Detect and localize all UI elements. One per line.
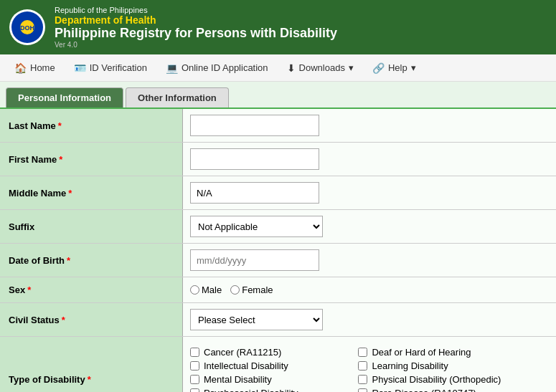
civil-status-label: Civil Status * xyxy=(0,303,183,336)
sex-radio-group: Male Female xyxy=(190,285,279,295)
sex-control: Male Female xyxy=(183,277,556,302)
disability-deaf: Deaf or Hard of Hearing xyxy=(358,347,514,358)
civil-status-row: Civil Status * Please Select Single Marr… xyxy=(0,303,556,337)
deaf-checkbox[interactable] xyxy=(358,348,367,357)
nav-online-id[interactable]: 💻 Online ID Application xyxy=(157,58,277,78)
psychosocial-label: Psychosocial Disability xyxy=(204,388,298,392)
suffix-select[interactable]: Not Applicable Jr. Sr. II III IV xyxy=(190,216,323,237)
disability-physical: Physical Disability (Orthopedic) xyxy=(358,374,514,385)
first-name-input[interactable] xyxy=(190,148,319,170)
mental-label: Mental Disability xyxy=(204,374,272,385)
disability-row: Type of Disability * Cancer (RA11215) De… xyxy=(0,337,556,392)
header-text: Republic of the Philippines Department o… xyxy=(55,6,337,49)
suffix-row: Suffix Not Applicable Jr. Sr. II III IV xyxy=(0,210,556,244)
disability-mental: Mental Disability xyxy=(190,374,347,385)
middle-name-control xyxy=(183,176,556,209)
dob-control xyxy=(183,244,556,277)
tab-bar: Personal Information Other Information xyxy=(0,82,556,109)
disability-rare: Rare Disease (RA10747) xyxy=(358,388,514,392)
sex-row: Sex * Male Female xyxy=(0,277,556,303)
middle-name-input[interactable] xyxy=(190,182,319,204)
nav-help-label: Help xyxy=(388,62,407,73)
intellectual-label: Intellectual Disability xyxy=(204,360,288,371)
dob-label: Date of Birth * xyxy=(0,244,183,277)
id-icon: 🪪 xyxy=(74,62,86,74)
nav-home-label: Home xyxy=(30,62,55,73)
republic-label: Republic of the Philippines xyxy=(55,6,337,14)
dob-row: Date of Birth * xyxy=(0,244,556,277)
nav-downloads-label: Downloads xyxy=(299,62,345,73)
disability-cancer: Cancer (RA11215) xyxy=(190,347,347,358)
sex-female-label[interactable]: Female xyxy=(230,285,273,295)
last-name-control xyxy=(183,109,556,142)
download-icon: ⬇ xyxy=(287,62,296,74)
sex-label: Sex * xyxy=(0,277,183,302)
sex-male-radio[interactable] xyxy=(190,285,199,295)
sex-female-radio[interactable] xyxy=(230,285,240,295)
navigation: 🏠 Home 🪪 ID Verification 💻 Online ID App… xyxy=(0,54,556,82)
dept-label: Department of Health xyxy=(55,14,337,26)
dob-input[interactable] xyxy=(190,249,319,271)
first-name-label: First Name * xyxy=(0,143,183,176)
dob-required: * xyxy=(67,255,70,266)
help-chevron-icon: ▾ xyxy=(411,62,416,73)
disability-learning: Learning Disability xyxy=(358,360,514,371)
nav-id-verification[interactable]: 🪪 ID Verification xyxy=(65,58,156,78)
physical-label: Physical Disability (Orthopedic) xyxy=(372,374,501,385)
sex-male-label[interactable]: Male xyxy=(190,285,222,295)
sex-male-text: Male xyxy=(202,285,222,295)
disability-control: Cancer (RA11215) Deaf or Hard of Hearing… xyxy=(183,337,556,392)
last-name-required: * xyxy=(58,120,62,131)
nav-downloads[interactable]: ⬇ Downloads ▾ xyxy=(278,58,362,78)
sex-female-text: Female xyxy=(242,285,273,295)
downloads-chevron-icon: ▾ xyxy=(349,62,354,73)
intellectual-checkbox[interactable] xyxy=(190,361,199,371)
rare-label: Rare Disease (RA10747) xyxy=(372,388,476,392)
registry-label: Philippine Registry for Persons with Dis… xyxy=(55,26,337,41)
sex-required: * xyxy=(27,285,31,295)
cancer-label: Cancer (RA11215) xyxy=(204,347,281,358)
middle-name-required: * xyxy=(68,188,72,199)
middle-name-label: Middle Name * xyxy=(0,176,183,209)
disability-label: Type of Disability * xyxy=(0,337,183,392)
logo: DOH xyxy=(9,9,46,46)
svg-text:DOH: DOH xyxy=(20,24,34,32)
psychosocial-checkbox[interactable] xyxy=(190,388,199,392)
online-icon: 💻 xyxy=(166,62,178,74)
app-header: DOH Republic of the Philippines Departme… xyxy=(0,0,556,54)
first-name-control xyxy=(183,143,556,176)
help-icon: 🔗 xyxy=(372,62,385,74)
suffix-label: Suffix xyxy=(0,210,183,243)
learning-checkbox[interactable] xyxy=(358,361,367,371)
middle-name-row: Middle Name * xyxy=(0,176,556,210)
home-icon: 🏠 xyxy=(14,62,27,74)
civil-status-select[interactable]: Please Select Single Married Widowed Sep… xyxy=(190,309,323,330)
tab-other[interactable]: Other Information xyxy=(126,87,229,107)
first-name-row: First Name * xyxy=(0,143,556,176)
suffix-control: Not Applicable Jr. Sr. II III IV xyxy=(183,210,556,243)
civil-status-control: Please Select Single Married Widowed Sep… xyxy=(183,303,556,336)
nav-help[interactable]: 🔗 Help ▾ xyxy=(364,58,425,78)
cancer-checkbox[interactable] xyxy=(190,348,199,357)
rare-checkbox[interactable] xyxy=(358,388,367,392)
version-label: Ver 4.0 xyxy=(55,41,337,49)
first-name-required: * xyxy=(59,154,62,165)
nav-home[interactable]: 🏠 Home xyxy=(6,58,64,78)
disability-psychosocial: Psychosocial Disability xyxy=(190,388,347,392)
form-body: Last Name * First Name * Middle Name * S… xyxy=(0,109,556,392)
tab-personal[interactable]: Personal Information xyxy=(6,87,123,107)
nav-id-label: ID Verification xyxy=(90,62,147,73)
last-name-input[interactable] xyxy=(190,115,319,136)
nav-online-label: Online ID Application xyxy=(182,62,268,73)
disability-grid: Cancer (RA11215) Deaf or Hard of Hearing… xyxy=(190,341,515,392)
physical-checkbox[interactable] xyxy=(358,375,367,384)
mental-checkbox[interactable] xyxy=(190,375,199,384)
disability-required: * xyxy=(88,374,91,385)
learning-label: Learning Disability xyxy=(372,360,448,371)
disability-intellectual: Intellectual Disability xyxy=(190,360,347,371)
last-name-row: Last Name * xyxy=(0,109,556,143)
civil-status-required: * xyxy=(62,315,65,325)
deaf-label: Deaf or Hard of Hearing xyxy=(372,347,471,358)
last-name-label: Last Name * xyxy=(0,109,183,142)
